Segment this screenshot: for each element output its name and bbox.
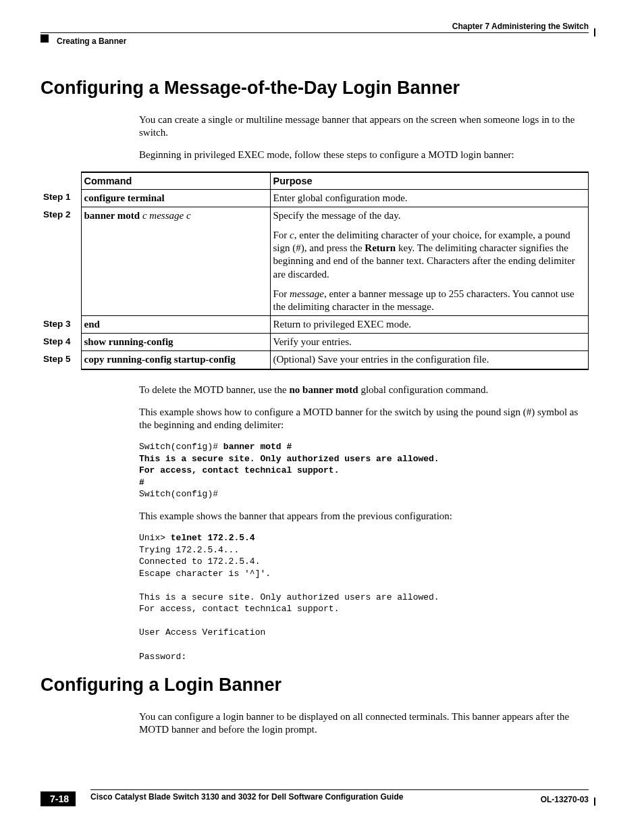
purpose-line: For c, enter the delimiting character of…: [273, 229, 586, 281]
section-heading-login: Configuring a Login Banner: [41, 675, 589, 696]
footer-title: Cisco Catalyst Blade Switch 3130 and 303…: [90, 792, 403, 802]
step-label: Step 4: [41, 334, 81, 351]
purpose-cell: Verify your entries.: [270, 334, 589, 351]
footer-page-number: 7-18: [41, 791, 76, 806]
col-header-command: Command: [81, 172, 270, 190]
paragraph: Beginning in privileged EXEC mode, follo…: [139, 149, 589, 161]
content: Configuring a Message-of-the-Day Login B…: [41, 78, 589, 746]
command-cell: copy running-config startup-config: [81, 351, 270, 369]
code-block: Unix> telnet 172.2.5.4 Trying 172.2.5.4.…: [139, 532, 589, 662]
paragraph: You can configure a login banner to be d…: [139, 710, 589, 736]
table-row: Step 4 show running-config Verify your e…: [41, 334, 589, 351]
header-breadcrumb: Creating a Banner: [57, 36, 126, 46]
table-row: Step 5 copy running-config startup-confi…: [41, 351, 589, 369]
header-tick-icon: [594, 28, 595, 36]
purpose-cell: (Optional) Save your entries in the conf…: [270, 351, 589, 369]
command-cell: configure terminal: [81, 189, 270, 207]
step-label: Step 1: [41, 189, 81, 207]
footer-tick-icon: [594, 798, 595, 806]
section-heading-motd: Configuring a Message-of-the-Day Login B…: [41, 78, 589, 99]
page: Chapter 7 Administering the Switch Creat…: [0, 0, 644, 834]
purpose-cell: Return to privileged EXEC mode.: [270, 316, 589, 334]
table-row: Step 1 configure terminal Enter global c…: [41, 189, 589, 207]
section-body: You can configure a login banner to be d…: [139, 710, 589, 736]
paragraph: This example shows the banner that appea…: [139, 510, 589, 523]
command-cell: end: [81, 316, 270, 334]
purpose-line: Specify the message of the day.: [273, 209, 586, 222]
paragraph: This example shows how to configure a MO…: [139, 406, 589, 432]
table-row: Step 2 banner motd c message c Specify t…: [41, 207, 589, 315]
header-block-icon: [41, 34, 49, 43]
purpose-cell: Enter global configuration mode.: [270, 189, 589, 207]
paragraph: To delete the MOTD banner, use the no ba…: [139, 384, 589, 396]
header-rule: [41, 32, 589, 33]
section-body: You can create a single or multiline mes…: [139, 113, 589, 162]
command-cell: banner motd c message c: [81, 207, 270, 315]
footer-doc-id: OL-13270-03: [541, 795, 589, 804]
footer-rule: [90, 789, 589, 790]
table-row: Step 3 end Return to privileged EXEC mod…: [41, 316, 589, 334]
command-cell: show running-config: [81, 334, 270, 351]
command-table: Command Purpose Step 1 configure termina…: [41, 172, 589, 370]
table-header-row: Command Purpose: [41, 172, 589, 190]
col-header-purpose: Purpose: [270, 172, 589, 190]
step-label: Step 3: [41, 316, 81, 334]
paragraph: You can create a single or multiline mes…: [139, 113, 589, 139]
purpose-cell: Specify the message of the day. For c, e…: [270, 207, 589, 315]
code-block: Switch(config)# banner motd # This is a …: [139, 441, 589, 500]
section-body: To delete the MOTD banner, use the no ba…: [139, 384, 589, 663]
step-label: Step 2: [41, 207, 81, 315]
step-label: Step 5: [41, 351, 81, 369]
purpose-line: For message, enter a banner message up t…: [273, 288, 586, 313]
header-chapter: Chapter 7 Administering the Switch: [452, 22, 589, 31]
